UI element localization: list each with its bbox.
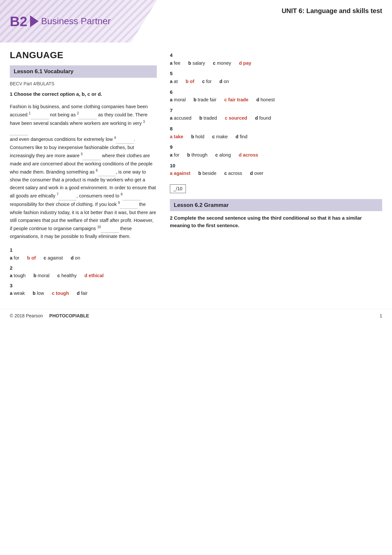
q8-opt-a: a take bbox=[170, 133, 183, 141]
logo-area: B2 Business Partner bbox=[0, 0, 157, 42]
right-column: 4 a fee b salary c money d pay 5 a at b … bbox=[167, 48, 382, 299]
q10-opt-b: b beside bbox=[198, 170, 217, 177]
q10-opt-a: a against bbox=[170, 170, 190, 177]
q5-row: 5 a at b of c for d on bbox=[170, 70, 382, 85]
q1-num: 1 bbox=[10, 246, 157, 254]
q2-opt-c: c healthy bbox=[57, 272, 77, 279]
logo-shape bbox=[131, 0, 157, 42]
lesson-header: Lesson 6.1 Vocabulary bbox=[10, 65, 157, 78]
q8-num: 8 bbox=[170, 125, 382, 133]
q3-options: a weak b low c tough d fair bbox=[10, 290, 157, 297]
q7-opt-a: a accused bbox=[170, 115, 191, 122]
q8-opt-d: d find bbox=[236, 133, 247, 141]
q2-grammar-title: 2 Complete the second sentence using the… bbox=[170, 214, 382, 229]
blank-6 bbox=[98, 168, 116, 177]
q10-row: 10 a against b beside c across d over bbox=[170, 162, 382, 177]
q4-opt-d: d pay bbox=[239, 60, 251, 67]
q8-opt-c: c make bbox=[212, 133, 228, 141]
score-box: _/10 bbox=[170, 184, 186, 193]
q9-row: 9 a for b through c along d across bbox=[170, 143, 382, 159]
q8-options: a take b hold c make d find bbox=[170, 133, 382, 141]
blank-5 bbox=[83, 152, 101, 160]
blank-9 bbox=[120, 201, 138, 209]
blank-8 bbox=[122, 192, 140, 200]
language-section-title: LANGUAGE bbox=[10, 48, 157, 62]
q5-opt-a: a at bbox=[170, 78, 178, 85]
q4-row: 4 a fee b salary c money d pay bbox=[170, 52, 382, 67]
blank-7 bbox=[58, 192, 76, 200]
q5-num: 5 bbox=[170, 70, 382, 77]
q3-opt-d: d fair bbox=[77, 290, 88, 297]
q3-opt-b: b low bbox=[33, 290, 44, 297]
q6-opt-d: d honest bbox=[256, 96, 275, 104]
q6-options: a moral b trade fair c fair trade d hone… bbox=[170, 96, 382, 104]
q9-opt-b: b through bbox=[187, 152, 207, 159]
blank-4 bbox=[116, 136, 134, 144]
passage-text: Fashion is big business, and some clothi… bbox=[10, 103, 157, 241]
q6-opt-b: b trade fair bbox=[193, 96, 216, 104]
q2-options: a tough b moral c healthy d ethical bbox=[10, 272, 157, 279]
logo-inner: B2 Business Partner bbox=[10, 11, 111, 32]
q6-opt-a: a moral bbox=[170, 96, 186, 104]
logo-title: Business Partner bbox=[41, 14, 111, 28]
q4-opt-c: c money bbox=[213, 60, 231, 67]
becv-label: BECV Part 4/BULATS bbox=[10, 80, 157, 87]
q7-row: 7 a accused b traded c sourced d found bbox=[170, 107, 382, 122]
q6-opt-c: c fair trade bbox=[224, 96, 248, 104]
blank-10 bbox=[101, 225, 119, 233]
q3-num: 3 bbox=[10, 282, 157, 290]
q1-opt-b: b of bbox=[27, 255, 36, 262]
lesson62-header: Lesson 6.2 Grammar bbox=[170, 199, 382, 211]
q8-opt-b: b hold bbox=[191, 133, 204, 141]
q1-opt-a: a for bbox=[10, 255, 19, 262]
q8-row: 8 a take b hold c make d find bbox=[170, 125, 382, 140]
q2-opt-b: b moral bbox=[33, 272, 49, 279]
q1-opt-d: d on bbox=[71, 255, 80, 262]
score-area: _/10 bbox=[170, 182, 382, 193]
q2-opt-a: a tough bbox=[10, 272, 25, 279]
q5-options: a at b of c for d on bbox=[170, 78, 382, 85]
q2-num: 2 bbox=[10, 264, 157, 272]
q10-num: 10 bbox=[170, 162, 382, 170]
q5-opt-b: b of bbox=[186, 78, 194, 85]
q4-options: a fee b salary c money d pay bbox=[170, 60, 382, 67]
q6-num: 6 bbox=[170, 89, 382, 96]
q2-row: 2 a tough b moral c healthy d ethical bbox=[10, 264, 157, 279]
q10-opt-d: d over bbox=[250, 170, 263, 177]
copyright: © 2018 Pearson bbox=[10, 313, 43, 318]
q9-num: 9 bbox=[170, 143, 382, 151]
q1-row: 1 a for b of c against d on bbox=[10, 246, 157, 261]
q7-opt-d: d found bbox=[255, 115, 271, 122]
footer-left: © 2018 Pearson PHOTOCOPIABLE bbox=[10, 312, 89, 319]
question1-title: 1 Choose the correct option a, b, c or d… bbox=[10, 91, 157, 98]
blank-2 bbox=[79, 111, 97, 119]
page-number: 1 bbox=[380, 313, 382, 318]
left-column: LANGUAGE Lesson 6.1 Vocabulary BECV Part… bbox=[10, 48, 167, 299]
q3-opt-c: c tough bbox=[52, 290, 69, 297]
q4-opt-b: b salary bbox=[188, 60, 205, 67]
footer: © 2018 Pearson PHOTOCOPIABLE 1 bbox=[0, 309, 392, 323]
q1-opt-c: c against bbox=[44, 255, 63, 262]
logo-b2: B2 bbox=[10, 11, 41, 32]
q9-options: a for b through c along d across bbox=[170, 152, 382, 159]
q10-opt-c: c across bbox=[224, 170, 242, 177]
unit-title-area: UNIT 6: Language and skills test bbox=[282, 0, 392, 16]
q5-opt-c: c for bbox=[202, 78, 212, 85]
main-content: LANGUAGE Lesson 6.1 Vocabulary BECV Part… bbox=[0, 48, 392, 299]
arrow-icon bbox=[30, 15, 39, 27]
q10-options: a against b beside c across d over bbox=[170, 170, 382, 177]
header: B2 Business Partner UNIT 6: Language and… bbox=[0, 0, 392, 42]
q4-num: 4 bbox=[170, 52, 382, 59]
q7-opt-c: c sourced bbox=[225, 115, 247, 122]
q1-options: a for b of c against d on bbox=[10, 255, 157, 262]
unit-title: UNIT 6: Language and skills test bbox=[282, 7, 382, 14]
blank-1 bbox=[31, 111, 49, 119]
q3-row: 3 a weak b low c tough d fair bbox=[10, 282, 157, 297]
q5-opt-d: d on bbox=[220, 78, 229, 85]
q7-opt-b: b traded bbox=[199, 115, 217, 122]
q7-options: a accused b traded c sourced d found bbox=[170, 115, 382, 122]
q7-num: 7 bbox=[170, 107, 382, 114]
q9-opt-d: d across bbox=[239, 152, 258, 159]
page: B2 Business Partner UNIT 6: Language and… bbox=[0, 0, 392, 555]
blank-3 bbox=[10, 127, 28, 135]
